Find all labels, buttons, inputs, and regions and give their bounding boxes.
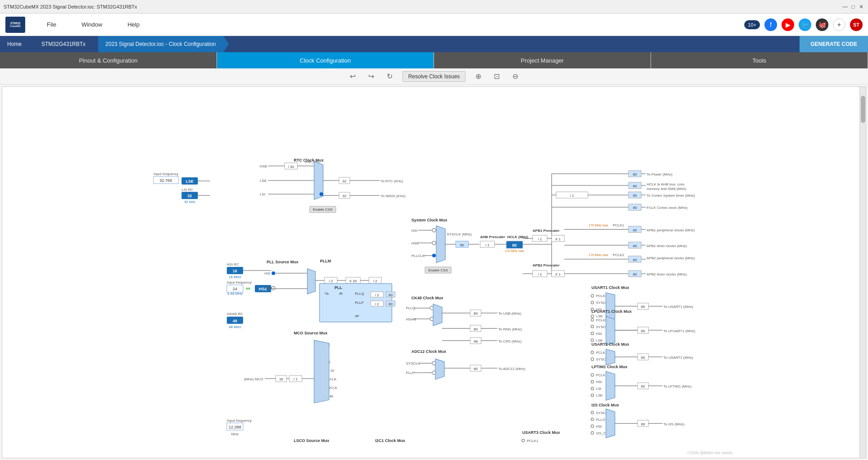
- svg-text:16 MHz: 16 MHz: [229, 275, 241, 279]
- undo-button[interactable]: ↩: [347, 71, 358, 81]
- svg-point-53: [271, 286, 275, 290]
- svg-point-282: [591, 387, 594, 390]
- svg-text:I2C1 Clock Mux: I2C1 Clock Mux: [375, 438, 405, 443]
- twitter-icon[interactable]: 🐦: [799, 18, 811, 31]
- svg-text:USART1 Clock Mux: USART1 Clock Mux: [592, 285, 629, 290]
- svg-text:APB1 peripheral clocks (MHz): APB1 peripheral clocks (MHz): [646, 228, 695, 232]
- svg-point-254: [591, 325, 594, 328]
- svg-text:To USB (MHz): To USB (MHz): [498, 311, 522, 316]
- svg-point-239: [591, 301, 594, 304]
- zoom-in-button[interactable]: ⊕: [473, 71, 484, 81]
- svg-text:16: 16: [279, 377, 283, 381]
- svg-text:80: 80: [633, 172, 637, 176]
- svg-text:APB2 Prescaler: APB2 Prescaler: [533, 263, 560, 267]
- minimize-button[interactable]: —: [842, 4, 848, 10]
- svg-text:48: 48: [474, 339, 478, 343]
- svg-text:MHz: MHz: [231, 432, 239, 436]
- redo-button[interactable]: ↪: [366, 71, 377, 81]
- svg-text:/ 1: / 1: [538, 237, 542, 241]
- svg-text:80: 80: [474, 311, 478, 316]
- svg-text:LSE: LSE: [186, 179, 194, 184]
- menu-bar: STM32 CubeMX File Window Help 10+ f ▶ 🐦 …: [0, 14, 868, 36]
- logo-box: STM32 CubeMX: [5, 17, 25, 33]
- svg-text:PLLQ: PLLQ: [355, 292, 364, 296]
- svg-text:X 1: X 1: [555, 237, 561, 241]
- svg-text:80: 80: [512, 243, 517, 248]
- svg-text:CSDN @Bitter tea seeds: CSDN @Bitter tea seeds: [687, 451, 733, 455]
- svg-text:PLL Source Mux: PLL Source Mux: [267, 260, 298, 264]
- svg-text:APB2 peripheral clocks (MHz): APB2 peripheral clocks (MHz): [646, 256, 695, 260]
- main-content: Input frequency 32.768 LSE LSI RC 32 32 …: [0, 85, 868, 460]
- svg-text:To RTC (KHz): To RTC (KHz): [380, 179, 403, 183]
- svg-text:170 MHz max: 170 MHz max: [505, 249, 524, 253]
- svg-text:APB2 timer clocks (MHz): APB2 timer clocks (MHz): [646, 272, 687, 276]
- svg-text:80: 80: [460, 243, 464, 247]
- refresh-button[interactable]: ↻: [384, 71, 395, 81]
- svg-text:/ 32: / 32: [288, 165, 294, 169]
- star-icon[interactable]: ✦: [833, 18, 845, 31]
- scrollbar-thumb[interactable]: [861, 96, 865, 123]
- svg-text:4-48 MHz: 4-48 MHz: [227, 292, 243, 296]
- maximize-button[interactable]: □: [850, 4, 856, 10]
- svg-point-293: [591, 411, 594, 414]
- resolve-clock-button[interactable]: Resolve Clock Issues: [402, 71, 466, 82]
- app-logo: STM32 CubeMX: [5, 17, 25, 33]
- svg-text:USART3 Clock Mux: USART3 Clock Mux: [522, 430, 560, 435]
- breadcrumb-project[interactable]: 2023 Signal Detector.ioc - Clock Configu…: [98, 36, 223, 52]
- svg-text:80: 80: [389, 293, 393, 297]
- svg-text:/ 1: / 1: [570, 194, 574, 198]
- breadcrumb: Home STM32G431RBTx 2023 Signal Detector.…: [0, 36, 868, 52]
- breadcrumb-mcu[interactable]: STM32G431RBTx: [34, 36, 93, 52]
- svg-text:⇔: ⇔: [246, 285, 250, 292]
- facebook-icon[interactable]: f: [764, 18, 777, 31]
- svg-text:LSI: LSI: [260, 192, 265, 196]
- tab-bar: Pinout & Configuration Clock Configurati…: [0, 52, 868, 68]
- breadcrumb-home[interactable]: Home: [0, 36, 29, 52]
- svg-text:PLLM: PLLM: [320, 259, 331, 263]
- svg-text:LSE: LSE: [260, 179, 267, 183]
- file-menu[interactable]: File: [43, 19, 60, 30]
- svg-text:80: 80: [633, 184, 637, 188]
- svg-text:12.288: 12.288: [229, 425, 241, 429]
- title-bar-left: STM32CubeMX 2023 Signal Detector.ioc: ST…: [4, 4, 137, 9]
- svg-text:PCLK1: PCLK1: [613, 223, 624, 227]
- zoom-out-button[interactable]: ⊖: [510, 71, 521, 81]
- svg-text:80: 80: [633, 272, 637, 276]
- svg-text:LSI RC: LSI RC: [181, 188, 193, 192]
- svg-text:/ 2: / 2: [329, 279, 333, 283]
- svg-text:HSI: HSI: [596, 332, 602, 336]
- st-icon[interactable]: ST: [850, 18, 863, 31]
- svg-point-90: [432, 254, 436, 257]
- github-icon[interactable]: 🐙: [816, 18, 828, 31]
- fit-button[interactable]: ⊡: [491, 71, 502, 81]
- svg-marker-300: [606, 409, 615, 437]
- breadcrumb-arrow-2: [93, 36, 98, 52]
- tab-clock[interactable]: Clock Configuration: [217, 52, 434, 68]
- svg-point-23: [320, 192, 323, 196]
- svg-text:APB1 Prescaler: APB1 Prescaler: [533, 229, 560, 233]
- svg-text:32: 32: [187, 194, 192, 198]
- scrollbar-vertical[interactable]: [859, 87, 866, 458]
- svg-text:FCLK Cortex clock (MHz): FCLK Cortex clock (MHz): [646, 206, 687, 210]
- svg-text:80: 80: [474, 367, 478, 371]
- svg-text:Enable CSS: Enable CSS: [428, 268, 448, 272]
- svg-text:80: 80: [633, 194, 637, 198]
- svg-point-87: [432, 241, 436, 245]
- help-menu[interactable]: Help: [124, 19, 143, 30]
- tab-project[interactable]: Project Manager: [434, 52, 651, 68]
- svg-text:PLLO: PLLO: [596, 418, 606, 422]
- window-menu[interactable]: Window: [78, 19, 106, 30]
- svg-text:To USART2 (MHz): To USART2 (MHz): [663, 356, 693, 360]
- generate-code-button[interactable]: GENERATE CODE: [800, 36, 868, 52]
- svg-text:HSI48 RC: HSI48 RC: [227, 312, 243, 316]
- tab-tools[interactable]: Tools: [651, 52, 868, 68]
- clock-diagram[interactable]: Input frequency 32.768 LSE LSI RC 32 32 …: [2, 86, 866, 458]
- tab-pinout[interactable]: Pinout & Configuration: [0, 52, 217, 68]
- svg-point-297: [591, 425, 594, 428]
- svg-text:To LPTIM1 (MHz): To LPTIM1 (MHz): [663, 384, 692, 388]
- svg-text:60: 60: [641, 384, 645, 388]
- close-button[interactable]: ✕: [858, 4, 864, 10]
- youtube-icon[interactable]: ▶: [782, 18, 794, 31]
- svg-text:CK48 Clock Mux: CK48 Clock Mux: [411, 296, 443, 300]
- svg-marker-259: [606, 316, 615, 345]
